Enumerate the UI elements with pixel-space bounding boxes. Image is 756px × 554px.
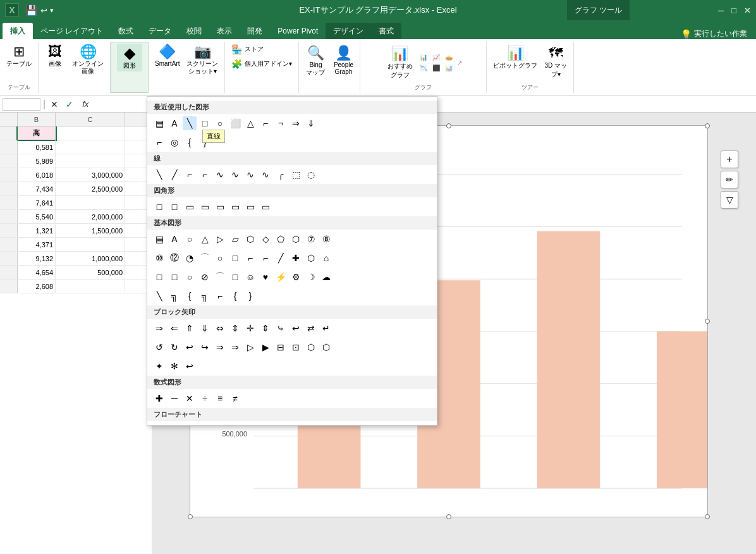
rect-snip5[interactable]: ▭	[243, 200, 257, 214]
bar-4[interactable]	[657, 331, 707, 488]
math-plus[interactable]: ✚	[152, 391, 166, 405]
math-multiply[interactable]: ✕	[183, 391, 197, 405]
tell-me-input[interactable]: 💡 実行したい作業	[674, 28, 753, 39]
maximize-btn[interactable]: □	[731, 6, 736, 15]
shape-text-box[interactable]: ▤	[152, 116, 166, 130]
image-button[interactable]: 🖼 画像	[42, 43, 68, 70]
cell-b7[interactable]: 5,540	[18, 210, 56, 223]
basic-parallelogram[interactable]: ▱	[228, 232, 242, 246]
chart-expand-icon[interactable]: ↗	[457, 59, 462, 66]
line-arc[interactable]: ╭	[274, 168, 288, 182]
scatter-chart-button[interactable]: ⬛	[430, 63, 442, 73]
line-squiggle[interactable]: ⬚	[289, 168, 303, 182]
basic-12[interactable]: ⑫	[168, 251, 181, 265]
quick-access-dropdown[interactable]: ▾	[50, 6, 54, 15]
chart-elements-button[interactable]: +	[721, 151, 738, 168]
arrow-quad2[interactable]: ⬡	[319, 340, 333, 354]
rect-snip6[interactable]: ▭	[259, 200, 272, 214]
cell-b11[interactable]: 4,654	[18, 266, 56, 279]
shape-arrow-r[interactable]: ⇒	[289, 116, 303, 130]
tab-view[interactable]: 表示	[209, 23, 240, 39]
pie-chart-button[interactable]: 🥧	[443, 52, 454, 62]
cell-c11[interactable]: 500,000	[56, 266, 125, 279]
confirm-edit[interactable]: ✓	[66, 99, 73, 109]
handle-bl[interactable]	[188, 514, 193, 519]
arrow-lr[interactable]: ⇔	[213, 321, 227, 335]
basic-bracket-l[interactable]: ╗	[168, 289, 181, 303]
cell-b6[interactable]: 7,641	[18, 196, 56, 209]
basic-sun[interactable]: ⚙	[289, 270, 303, 284]
store-button[interactable]: 🏪 ストア	[229, 43, 266, 56]
shape-arrow-d[interactable]: ⇓	[304, 116, 318, 130]
cell-c7[interactable]: 2,000,000	[56, 210, 125, 223]
basic-triangle[interactable]: △	[198, 232, 212, 246]
tab-power-pivot[interactable]: Power Pivot	[270, 23, 326, 39]
shape-rounded-rect[interactable]: ⬜	[228, 116, 242, 130]
basic-lightning[interactable]: ⚡	[274, 270, 288, 284]
arrow-striped[interactable]: ⊟	[274, 340, 288, 354]
arrow-fwd[interactable]: ↪	[198, 340, 212, 354]
math-divide[interactable]: ÷	[198, 391, 212, 405]
basic-bevel[interactable]: □	[168, 270, 181, 284]
cell-c6[interactable]	[56, 196, 125, 209]
basic-donut2[interactable]: ○	[183, 270, 197, 284]
arrow-quad[interactable]: ⬡	[304, 340, 318, 354]
cell-b4[interactable]: 6,018	[18, 168, 56, 182]
tab-data[interactable]: データ	[141, 23, 179, 39]
quick-access-save[interactable]: 💾	[25, 4, 38, 16]
basic-plaque[interactable]: ⬡	[304, 251, 318, 265]
basic-smiley[interactable]: ☺	[243, 270, 257, 284]
line-elbow[interactable]: ⌐	[183, 168, 197, 182]
arrow-left[interactable]: ⇐	[168, 321, 181, 335]
shape-rect[interactable]: □	[198, 116, 212, 130]
table-button[interactable]: ⊞ テーブル	[4, 43, 34, 70]
bing-maps-button[interactable]: 🔍 Bingマップ	[303, 43, 328, 79]
basic-rtriangle[interactable]: ▷	[213, 232, 227, 246]
line-freeform[interactable]: ∿	[243, 168, 257, 182]
arrow-circular[interactable]: ↺	[152, 340, 166, 354]
bar-chart-button[interactable]: 📊	[418, 52, 429, 62]
arrow-up[interactable]: ⇑	[183, 321, 197, 335]
basic-heart[interactable]: ♥	[259, 270, 272, 284]
shape-triangle[interactable]: △	[243, 116, 257, 130]
cell-c3[interactable]	[56, 154, 125, 168]
cell-c2[interactable]	[56, 140, 125, 154]
basic-can[interactable]: ⌂	[319, 251, 333, 265]
arrow-bent-r[interactable]: ⤷	[274, 321, 288, 335]
handle-tc[interactable]	[446, 123, 451, 128]
basic-pentagon[interactable]: ⬠	[274, 232, 288, 246]
arrow-special3[interactable]: ↩	[183, 359, 197, 373]
shape-angle2[interactable]: ¬	[274, 116, 288, 130]
basic-trapezoid[interactable]: ⬡	[243, 232, 257, 246]
arrow-u-turn[interactable]: ↩	[289, 321, 303, 335]
basic-brace-r2[interactable]: }	[243, 289, 257, 303]
cell-c1[interactable]	[56, 126, 125, 140]
tab-page-layout[interactable]: ページ レイアウト	[33, 23, 111, 39]
tab-review[interactable]: 校閲	[179, 23, 209, 39]
handle-br[interactable]	[705, 514, 710, 519]
rect-snip3[interactable]: ▭	[213, 200, 227, 214]
3d-map-button[interactable]: 🗺 3D マップ▾	[542, 43, 570, 81]
arrow-down[interactable]: ⇓	[198, 321, 212, 335]
handle-tr[interactable]	[705, 123, 710, 128]
arrow-curved[interactable]: ↵	[319, 321, 333, 335]
arrow-special2[interactable]: ✻	[168, 359, 181, 373]
basic-chord[interactable]: ⌒	[198, 251, 212, 265]
math-notequal[interactable]: ≠	[228, 391, 242, 405]
tab-insert[interactable]: 挿入	[3, 23, 33, 39]
basic-brace-l[interactable]: {	[183, 289, 197, 303]
arrow-ud[interactable]: ⇕	[228, 321, 242, 335]
arrow-ud2[interactable]: ⇕	[259, 321, 272, 335]
tab-format[interactable]: 書式	[371, 23, 401, 39]
screenshot-button[interactable]: 📷 スクリーンショット▾	[184, 43, 221, 77]
shape-star-burst[interactable]: ◎	[168, 135, 181, 149]
line-curve[interactable]: ∿	[213, 168, 227, 182]
basic-cloud[interactable]: ☁	[319, 270, 333, 284]
recommended-charts-button[interactable]: 📊 おすすめグラフ	[385, 44, 415, 82]
online-image-button[interactable]: 🌐 オンライン画像	[70, 43, 106, 77]
basic-pie[interactable]: ◔	[183, 251, 197, 265]
line-chart-button[interactable]: 📈	[430, 52, 442, 62]
handle-bc[interactable]	[446, 514, 451, 519]
name-box[interactable]	[3, 98, 40, 111]
personal-addins-button[interactable]: 🧩 個人用アドイン▾	[229, 58, 295, 70]
